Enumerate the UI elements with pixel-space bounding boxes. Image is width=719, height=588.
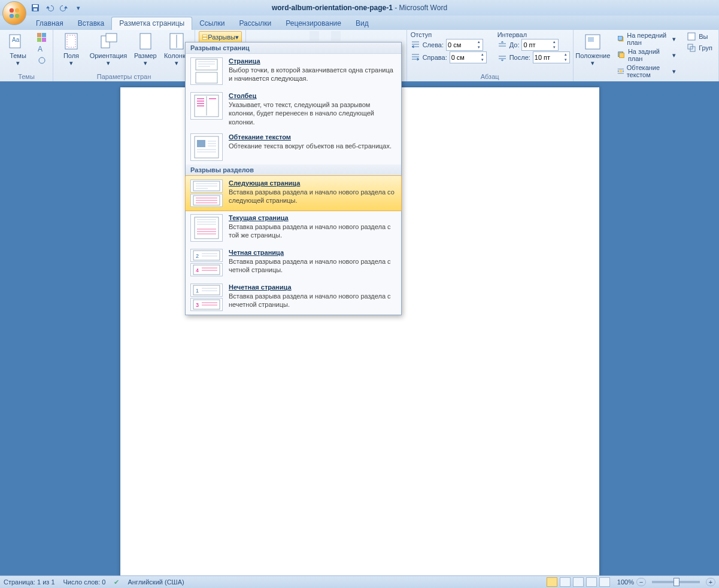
continuous-icon <box>190 214 223 242</box>
dd-item-page[interactable]: СтраницаВыбор точки, в которой заканчива… <box>186 54 401 89</box>
zoom-slider-thumb[interactable] <box>674 578 679 586</box>
text-wrap-button[interactable]: Обтекание текстом ▾ <box>615 63 678 79</box>
svg-text:A: A <box>38 45 43 53</box>
column-break-icon <box>190 92 223 120</box>
selection-icon <box>687 32 696 41</box>
indent-left-icon <box>411 40 420 50</box>
margins-icon <box>62 32 81 51</box>
svg-rect-23 <box>202 38 207 39</box>
send-back-button[interactable]: На задний план ▾ <box>615 47 678 63</box>
group-objects-button[interactable]: Груп <box>684 42 715 53</box>
dd-item-even-page[interactable]: 2 4 Четная страницаВставка разрыва разде… <box>186 245 401 280</box>
svg-rect-25 <box>331 31 341 41</box>
columns-icon <box>167 32 186 51</box>
svg-text:3: 3 <box>196 302 199 308</box>
group-page-setup: Поля▾ Ориентация▾ Размер▾ Колонки▾ Парам… <box>53 30 195 81</box>
themes-icon: Aa <box>8 32 28 51</box>
title-bar: ▾ word-album-orientation-one-page-1 - Mi… <box>0 0 719 16</box>
spacing-before-icon <box>497 40 507 50</box>
status-page[interactable]: Страница: 1 из 1 <box>4 578 55 586</box>
dd-section-page-breaks: Разрывы страниц <box>186 42 401 54</box>
status-words[interactable]: Число слов: 0 <box>63 578 106 586</box>
position-button[interactable]: Положение▾ <box>577 31 609 68</box>
chevron-down-icon: ▾ <box>144 59 147 67</box>
proofing-icon[interactable]: ✔ <box>114 578 119 586</box>
breaks-button[interactable]: Разрывы ▾ <box>199 31 242 43</box>
bring-front-button[interactable]: На передний план ▾ <box>615 31 678 47</box>
chevron-down-icon: ▾ <box>69 59 73 67</box>
margins-button[interactable]: Поля▾ <box>57 31 86 68</box>
undo-button[interactable] <box>44 2 55 13</box>
zoom-in-button[interactable]: + <box>706 578 715 586</box>
svg-rect-31 <box>619 53 624 58</box>
svg-rect-5 <box>33 5 38 7</box>
theme-fonts-button[interactable]: A <box>35 44 49 54</box>
next-page-icon-2 <box>190 194 223 207</box>
send-back-icon <box>617 50 626 60</box>
tab-references[interactable]: Ссылки <box>192 17 232 30</box>
svg-rect-19 <box>140 33 151 49</box>
theme-effects-button[interactable] <box>35 55 49 66</box>
zoom-out-button[interactable]: − <box>636 578 646 586</box>
svg-rect-36 <box>196 59 217 70</box>
page-break-icon <box>190 57 223 85</box>
spacing-header: Интервал <box>497 31 570 38</box>
dd-item-odd-page[interactable]: 1 3 Нечетная страницаВставка разрыва раз… <box>186 280 401 315</box>
view-print-layout-button[interactable] <box>547 577 557 587</box>
tab-page-layout[interactable]: Разметка страницы <box>111 17 192 30</box>
dd-item-column[interactable]: СтолбецУказывает, что текст, следующий з… <box>186 89 401 130</box>
breaks-dropdown: Разрывы страниц СтраницаВыбор точки, в к… <box>185 42 402 315</box>
watermark-icon <box>310 31 319 41</box>
dd-item-next-page[interactable]: Следующая страницаВставка разрыва раздел… <box>185 175 402 211</box>
status-bar: Страница: 1 из 1 Число слов: 0 ✔ Английс… <box>0 575 719 588</box>
svg-rect-6 <box>34 8 37 11</box>
even-page-icon-1: 2 <box>190 249 223 262</box>
redo-button[interactable] <box>59 2 69 13</box>
indent-right-spinner[interactable]: ▴▾ <box>450 51 487 63</box>
view-full-screen-button[interactable] <box>560 577 571 587</box>
tab-view[interactable]: Вид <box>348 17 376 30</box>
spacing-after-spinner[interactable]: ▴▾ <box>533 51 570 63</box>
group-themes: Aa Темы ▾ A Темы <box>0 30 53 81</box>
theme-colors-button[interactable] <box>35 32 49 43</box>
breaks-icon <box>202 32 208 42</box>
next-page-icon-1 <box>190 179 223 193</box>
tab-mailings[interactable]: Рассылки <box>232 17 278 30</box>
svg-text:Aa: Aa <box>12 36 20 43</box>
view-outline-button[interactable] <box>586 577 597 587</box>
office-button[interactable] <box>2 1 26 25</box>
zoom-slider[interactable] <box>652 581 700 583</box>
size-button[interactable]: Размер▾ <box>131 31 160 68</box>
svg-point-0 <box>10 8 14 13</box>
qat-customize-icon[interactable]: ▾ <box>73 2 84 13</box>
view-web-layout-button[interactable] <box>573 577 584 587</box>
svg-rect-41 <box>197 140 205 147</box>
orientation-icon <box>99 32 118 51</box>
status-zoom[interactable]: 100% <box>617 578 634 586</box>
dd-item-text-wrap[interactable]: Обтекание текстомОбтекание текста вокруг… <box>186 130 401 164</box>
selection-pane-button[interactable]: Вы <box>684 31 715 42</box>
odd-page-icon-2: 3 <box>190 298 223 311</box>
tab-insert[interactable]: Вставка <box>71 17 112 30</box>
svg-text:1: 1 <box>196 288 199 294</box>
tab-review[interactable]: Рецензирование <box>278 17 348 30</box>
tab-home[interactable]: Главная <box>29 17 71 30</box>
orientation-button[interactable]: Ориентация▾ <box>88 31 129 68</box>
svg-rect-10 <box>42 33 46 37</box>
dd-item-continuous[interactable]: Текущая страницаВставка разрыва раздела … <box>186 211 401 245</box>
chevron-down-icon: ▾ <box>235 33 239 41</box>
text-wrap-break-icon <box>190 133 223 161</box>
document-name: word-album-orientation-one-page-1 <box>272 4 393 12</box>
svg-point-1 <box>15 8 19 13</box>
app-name: Microsoft Word <box>399 4 447 12</box>
spacing-after-icon <box>497 53 507 62</box>
indent-left-spinner[interactable]: ▴▾ <box>446 39 483 51</box>
save-button[interactable] <box>30 2 41 13</box>
status-language[interactable]: Английский (США) <box>128 578 184 586</box>
quick-access-toolbar: ▾ <box>30 2 84 13</box>
themes-button[interactable]: Aa Темы ▾ <box>4 31 32 68</box>
view-draft-button[interactable] <box>599 577 610 587</box>
wrap-icon <box>617 66 624 76</box>
spacing-before-spinner[interactable]: ▴▾ <box>521 39 559 51</box>
chevron-down-icon: ▾ <box>591 59 594 67</box>
